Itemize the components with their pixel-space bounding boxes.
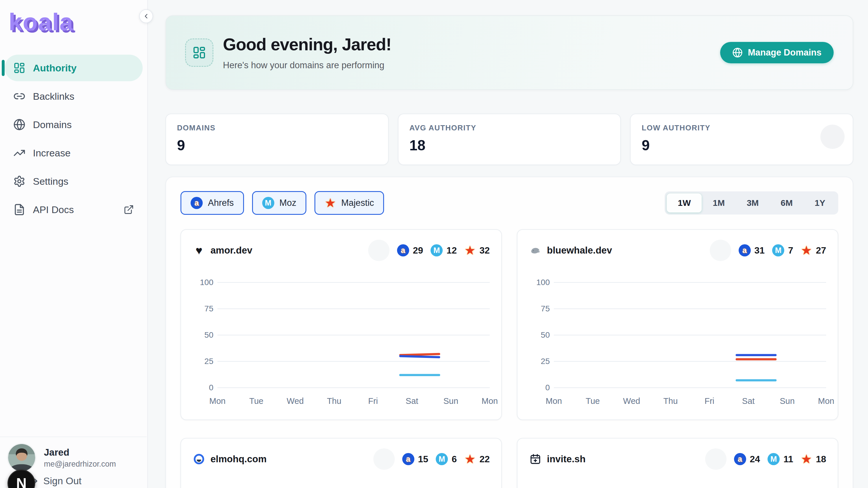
ahrefs-score-value: 29 [413, 245, 423, 256]
sidebar: koala Authority Backlinks Domains Increa… [0, 0, 148, 488]
add-note-button[interactable] [368, 240, 390, 261]
provider-filter-majestic[interactable]: ★Majestic [314, 191, 384, 215]
y-axis-labels: 0255075100 [529, 280, 550, 390]
ahrefs-score-value: 24 [750, 454, 760, 465]
majestic-score: ★27 [801, 244, 826, 257]
message-plus-icon [715, 245, 726, 256]
sidebar-item-backlinks[interactable]: Backlinks [5, 83, 143, 110]
domain-card-bluewhale-dev: bluewhale.dev a31M7★27 0255075100 MonTue… [517, 229, 838, 420]
greeting-tile [185, 38, 213, 67]
y-axis-labels: 0255075100 [193, 280, 213, 390]
ahrefs-badge-icon: a [402, 453, 414, 465]
stat-value: 9 [642, 137, 842, 154]
x-tick-label: Wed [287, 396, 304, 406]
info-icon[interactable] [219, 124, 227, 132]
x-tick-label: Fri [705, 396, 714, 406]
nextjs-dev-badge[interactable]: N [7, 469, 35, 488]
sidebar-item-label: Settings [33, 176, 68, 187]
moz-badge-icon: M [431, 244, 443, 256]
y-tick-label: 25 [205, 357, 213, 366]
ring-favicon-icon [193, 453, 205, 465]
info-icon[interactable] [480, 124, 489, 132]
sidebar-item-settings[interactable]: Settings [5, 168, 143, 195]
moz-score-value: 6 [452, 454, 457, 465]
domain-title: elmohq.com [211, 454, 267, 465]
y-tick-label: 100 [536, 278, 550, 287]
sign-out-button[interactable]: Sign Out N [8, 475, 138, 487]
chart-plot [217, 280, 490, 390]
stat-label: LOW AUTHORITY [642, 123, 710, 133]
sidebar-item-authority[interactable]: Authority [5, 55, 143, 81]
info-icon[interactable] [714, 124, 722, 132]
whale-icon [529, 244, 542, 257]
y-tick-label: 0 [545, 383, 550, 392]
moz-score: M12 [431, 244, 457, 256]
ahrefs-score: a15 [402, 453, 429, 465]
ahrefs-badge-icon: a [397, 244, 409, 256]
globe-icon [13, 118, 25, 131]
x-tick-label: Sun [780, 396, 795, 406]
moz-badge-icon: M [772, 244, 784, 256]
y-tick-label: 100 [200, 278, 213, 287]
sign-out-label: Sign Out [43, 475, 82, 487]
manage-domains-label: Manage Domains [748, 48, 822, 58]
moz-badge-icon: M [262, 197, 274, 209]
dashboard-grid-icon [13, 62, 25, 74]
add-note-button[interactable] [710, 240, 731, 261]
low-authority-warning [820, 124, 845, 149]
majestic-score-value: 27 [816, 245, 826, 256]
provider-filter-moz[interactable]: MMoz [252, 191, 307, 215]
sidebar-collapse-button[interactable] [139, 9, 153, 23]
sidebar-item-increase[interactable]: Increase [5, 140, 143, 166]
x-tick-label: Mon [818, 396, 834, 406]
y-tick-label: 0 [209, 383, 213, 392]
majestic-star-icon: ★ [464, 453, 475, 465]
moz-score-value: 12 [446, 245, 457, 256]
moz-score: M7 [772, 244, 793, 256]
time-range-3m[interactable]: 3M [736, 193, 770, 212]
majestic-score: ★22 [464, 453, 490, 465]
external-link-icon [124, 204, 134, 215]
panel-toolbar: aAhrefsMMoz★Majestic 1W1M3M6M1Y [181, 191, 838, 215]
y-tick-label: 75 [205, 304, 213, 313]
y-tick-label: 50 [541, 331, 550, 340]
greeting-title: Good evening, Jared! [223, 35, 391, 54]
stat-card: LOW AUTHORITY 9 [630, 114, 853, 165]
authority-panel: aAhrefsMMoz★Majestic 1W1M3M6M1Y ♥ amor.d… [165, 177, 853, 488]
sidebar-item-api-docs[interactable]: API Docs [5, 196, 143, 223]
message-plus-icon [710, 454, 721, 465]
stat-label: AVG AUTHORITY [409, 123, 476, 133]
user-name: Jared [44, 447, 116, 458]
avatar[interactable] [8, 444, 35, 471]
moz-score: M6 [436, 453, 457, 465]
ahrefs-badge-icon: a [191, 197, 203, 209]
provider-filter-label: Moz [280, 198, 297, 208]
majestic-star-icon: ★ [801, 453, 812, 465]
time-range-1y[interactable]: 1Y [804, 193, 836, 212]
majestic-score-value: 32 [479, 245, 490, 256]
manage-domains-button[interactable]: Manage Domains [720, 42, 834, 63]
link-icon [13, 90, 25, 102]
add-note-button[interactable] [705, 449, 726, 470]
alert-triangle-icon [827, 131, 839, 143]
majestic-score-value: 18 [816, 454, 826, 465]
sidebar-item-domains[interactable]: Domains [5, 111, 143, 138]
add-note-button[interactable] [373, 449, 395, 470]
stat-card: DOMAINS 9 [165, 114, 389, 165]
x-tick-label: Fri [368, 396, 378, 406]
dashboard-grid-icon [192, 46, 206, 60]
majestic-score: ★18 [801, 453, 826, 465]
time-range-1m[interactable]: 1M [702, 193, 736, 212]
provider-filter-ahrefs[interactable]: aAhrefs [181, 191, 244, 215]
heart-icon: ♥ [193, 244, 205, 257]
x-axis-labels: MonTueWedThuFriSatSunMon [554, 396, 826, 408]
time-range-1w[interactable]: 1W [667, 193, 702, 212]
time-range-6m[interactable]: 6M [770, 193, 804, 212]
stat-value: 9 [177, 137, 377, 154]
greeting-subtitle: Here's how your domains are performing [223, 60, 391, 70]
domain-card-amor-dev: ♥ amor.dev a29M12★32 0255075100 MonTueWe… [181, 229, 502, 420]
provider-filter-label: Ahrefs [208, 198, 234, 208]
moz-score-value: 11 [783, 454, 793, 465]
chart-plot [554, 280, 826, 390]
sidebar-nav: Authority Backlinks Domains Increase Set… [0, 55, 147, 223]
